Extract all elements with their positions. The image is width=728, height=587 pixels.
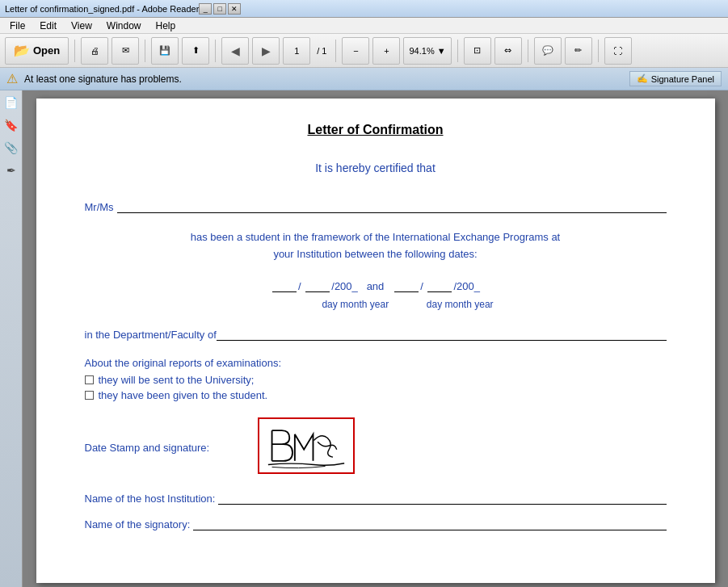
email-button[interactable]: ✉ <box>112 37 139 65</box>
fit-width-button[interactable]: ⇔ <box>494 37 522 65</box>
sep6 <box>528 40 528 62</box>
open-button[interactable]: 📂 Open <box>5 37 69 65</box>
titlebar: Letter of confirmation_signed.pdf - Adob… <box>0 0 728 18</box>
date-underline1: / /200_ and / /200_ <box>271 280 480 292</box>
zoom-in-icon: + <box>384 46 389 56</box>
open-label: Open <box>33 44 60 57</box>
zoom-dropdown-icon: ▼ <box>437 46 446 56</box>
reports-section: About the original reports of examinatio… <box>85 357 667 401</box>
date-stamp-label: Date Stamp and signature: <box>85 417 210 454</box>
para-line2: your Institution between the following d… <box>273 248 477 260</box>
folder-icon: 📂 <box>14 43 30 58</box>
fullscreen-button[interactable]: ⛶ <box>604 37 632 65</box>
sep7 <box>598 40 599 62</box>
markup-icon: ✏ <box>574 45 582 56</box>
nav-next-button[interactable]: ▶ <box>252 37 280 65</box>
save-icon: 💾 <box>159 45 170 56</box>
sidebar: 📄 🔖 📎 ✒ <box>0 90 23 587</box>
zoom-select[interactable]: 94.1% ▼ <box>403 37 451 65</box>
print-icon: 🖨 <box>90 46 99 56</box>
date-labels-right: day month year <box>427 299 494 310</box>
reports-title: About the original reports of examinatio… <box>85 357 667 369</box>
certified-line: It is hereby certified that <box>85 161 667 174</box>
signatory-line: Name of the signatory: <box>85 516 667 530</box>
signatory-field <box>193 516 666 530</box>
signature-panel-button[interactable]: ✍ Signature Panel <box>629 71 722 86</box>
markup-button[interactable]: ✏ <box>565 37 592 65</box>
name-field <box>117 199 667 213</box>
month2-field <box>427 279 452 292</box>
menu-file[interactable]: File <box>3 19 32 33</box>
day2-field <box>394 279 419 292</box>
sep5 <box>457 40 458 62</box>
checkbox2-text: they have been given to the student. <box>99 389 268 401</box>
document-area[interactable]: Letter of Confirmation It is hereby cert… <box>23 90 728 587</box>
signature-bar: ⚠ At least one signature has problems. ✍… <box>0 68 728 90</box>
sep4 <box>335 40 336 62</box>
dept-field <box>217 326 667 341</box>
sep1 <box>74 40 75 62</box>
page-total: / 1 <box>314 46 330 56</box>
fit-page-button[interactable]: ⊡ <box>464 37 491 65</box>
toolbar: 📂 Open 🖨 ✉ 💾 ⬆ ◀ ▶ 1 / 1 − + 94.1% ▼ ⊡ ⇔ <box>0 34 728 68</box>
host-field <box>218 490 666 505</box>
close-button[interactable]: ✕ <box>228 3 241 15</box>
signature-box <box>258 417 355 474</box>
para-line1: has been a student in the framework of t… <box>191 231 560 243</box>
sidebar-page-icon[interactable]: 📄 <box>2 94 20 111</box>
comment-button[interactable]: 💬 <box>534 37 562 65</box>
save-button[interactable]: 💾 <box>151 37 179 65</box>
host-line: Name of the host Institution: <box>85 490 667 505</box>
sig-warning-text: At least one signature has problems. <box>24 73 623 85</box>
sep3 <box>215 40 216 62</box>
date-labels: day month year day month year <box>85 299 667 310</box>
next-arrow-icon: ▶ <box>262 44 271 57</box>
fullscreen-icon: ⛶ <box>613 46 622 56</box>
signature-row: Date Stamp and signature: <box>85 417 667 474</box>
zoom-in-button[interactable]: + <box>372 37 400 65</box>
print-button[interactable]: 🖨 <box>81 37 108 65</box>
day1-field <box>272 279 297 292</box>
fit-width-icon: ⇔ <box>504 45 511 56</box>
comment-icon: 💬 <box>542 45 553 56</box>
checkbox-item-2: they have been given to the student. <box>85 389 667 401</box>
maximize-button[interactable]: □ <box>213 3 226 15</box>
checkbox1[interactable] <box>85 375 94 384</box>
checkbox1-text: they will be sent to the University; <box>99 374 255 386</box>
menu-view[interactable]: View <box>65 19 99 33</box>
menubar: File Edit View Window Help <box>0 18 728 34</box>
sidebar-attachment-icon[interactable]: 📎 <box>2 139 20 157</box>
warning-icon: ⚠ <box>6 71 18 86</box>
upload-button[interactable]: ⬆ <box>182 37 209 65</box>
fit-page-icon: ⊡ <box>473 45 481 56</box>
mr-ms-label: Mr/Ms <box>85 201 114 213</box>
document-title: Letter of Confirmation <box>85 123 667 137</box>
prev-arrow-icon: ◀ <box>231 44 240 57</box>
dept-line: in the Department/Faculty of <box>85 326 667 341</box>
host-label: Name of the host Institution: <box>85 493 216 505</box>
dept-label: in the Department/Faculty of <box>85 329 217 341</box>
sidebar-bookmark-icon[interactable]: 🔖 <box>2 116 20 134</box>
sep2 <box>145 40 145 62</box>
titlebar-text: Letter of confirmation_signed.pdf - Adob… <box>5 4 199 14</box>
sidebar-signature-icon[interactable]: ✒ <box>2 161 20 179</box>
month1-field <box>305 279 330 292</box>
sig-panel-label: Signature Panel <box>651 74 714 84</box>
page-input[interactable]: 1 <box>283 37 310 65</box>
menu-help[interactable]: Help <box>149 19 183 33</box>
pdf-page: Letter of Confirmation It is hereby cert… <box>36 99 715 583</box>
date-labels-left: day month year <box>322 299 389 310</box>
sig-panel-icon: ✍ <box>637 73 648 84</box>
menu-edit[interactable]: Edit <box>33 19 63 33</box>
checkbox-item-1: they will be sent to the University; <box>85 374 667 386</box>
mr-ms-line: Mr/Ms <box>85 199 667 213</box>
zoom-out-button[interactable]: − <box>342 37 369 65</box>
zoom-value: 94.1% <box>409 46 434 56</box>
menu-window[interactable]: Window <box>100 19 148 33</box>
signatory-label: Name of the signatory: <box>85 518 191 530</box>
checkbox2[interactable] <box>85 391 94 400</box>
titlebar-controls: _ □ ✕ <box>199 3 241 15</box>
zoom-out-icon: − <box>353 46 358 56</box>
minimize-button[interactable]: _ <box>199 3 212 15</box>
nav-prev-button[interactable]: ◀ <box>221 37 249 65</box>
